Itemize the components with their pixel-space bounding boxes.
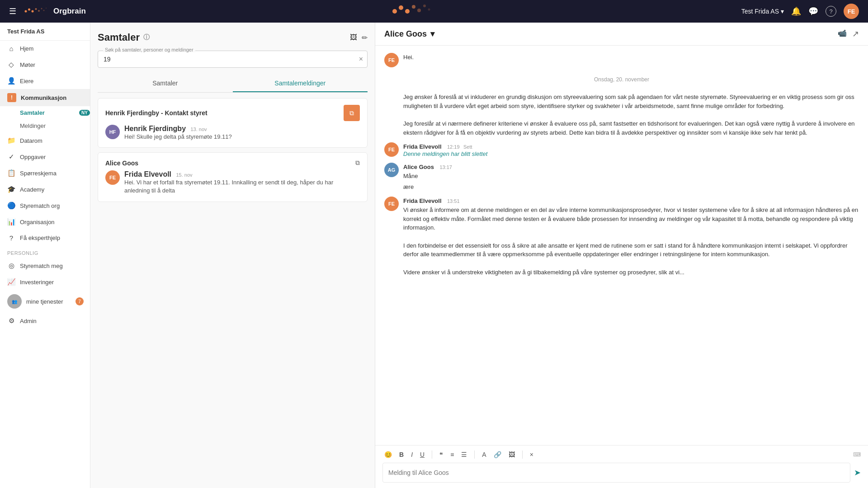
list-button[interactable]: ≡ [448,450,456,459]
conversation-item-henrik[interactable]: Henrik Fjerdingby - Kontakt styret ⧉ HF … [98,98,368,148]
svg-point-7 [46,8,47,9]
toolbar-divider-1 [432,450,432,459]
close-toolbar-button[interactable]: × [528,450,535,459]
sidebar-item-sporreskjema[interactable]: 📋 Spørreskjema [0,165,90,181]
sidebar-item-label: Investeringer [20,279,54,286]
list2-button[interactable]: ☰ [459,450,469,459]
search-input[interactable] [98,51,368,68]
personlig-label: Personlig [0,246,90,258]
conv-link-icon[interactable]: ⧉ [344,105,360,121]
image-button[interactable]: 🖼 [507,450,517,459]
sidebar-item-label: Admin [20,318,37,324]
chat-input[interactable] [382,463,850,483]
svg-point-8 [392,9,397,14]
send-button[interactable]: ➤ [854,468,861,478]
underline-button[interactable]: U [418,450,426,459]
sidebar-item-mine-tjenester[interactable]: 👥 mine tjenester 7 [0,290,90,313]
msg-text-alice-2: ære [403,183,859,192]
calendar-icon: ◇ [7,61,15,69]
bold-button[interactable]: B [397,450,406,459]
chat-icon[interactable]: 💬 [808,6,818,16]
svg-point-14 [428,9,430,11]
chat-contact-name: Alice Goos [384,29,427,39]
sidebar-item-moter[interactable]: ◇ Møter [0,56,90,73]
user-avatar[interactable]: FE [844,4,859,19]
leave-icon[interactable]: ↗ [852,29,859,39]
msg-sender: Frida Elvevoll [403,143,442,150]
conv-sender-alice: Frida Elvevoll [124,170,171,178]
svg-point-1 [28,9,30,11]
photo-action-button[interactable]: 🖼 [350,33,357,42]
toolbar-divider-3 [522,450,523,459]
msg-content: Hei. [403,53,859,62]
input-toolbar: 😊 B I U ❝ ≡ ☰ A 🔗 🖼 × ⌨ [382,450,861,463]
match-icon: 🔵 [7,202,15,210]
bell-icon[interactable]: 🔔 [791,6,801,16]
conv-title-alice: Alice Goos [105,160,138,167]
sidebar-item-organisasjon[interactable]: 📊 Organisasjon [0,214,90,230]
sidebar-item-label: Oppgaver [20,154,46,160]
conv-link-icon-alice[interactable]: ⧉ [355,159,360,167]
sidebar-item-admin[interactable]: ⚙ Admin [0,313,90,329]
message-alice: AG Alice Goos 13:17 Måne ære [384,163,859,191]
edit-action-button[interactable]: ✏ [362,33,368,42]
help-icon[interactable]: ? [826,6,836,17]
italic-button[interactable]: I [409,450,415,459]
font-color-button[interactable]: A [480,450,488,459]
ny-badge: NY [79,110,90,116]
sidebar-item-investeringer[interactable]: 📈 Investeringer [0,274,90,290]
tab-samtaler[interactable]: Samtaler [98,75,233,92]
logo: Orgbrain [24,5,86,18]
info-icon[interactable]: ⓘ [143,33,150,42]
samtaler-panel: Samtaler ⓘ 🖼 ✏ Søk på samtaler, personer… [90,23,375,488]
video-icon[interactable]: 📹 [838,29,847,39]
svg-point-10 [405,9,410,14]
sidebar-item-styrematch-org[interactable]: 🔵 Styrematch org [0,197,90,214]
sidebar-item-kommunikasjon[interactable]: ! Kommunikasjon [0,89,90,106]
samtaler-actions: 🖼 ✏ [350,33,368,42]
emoji-button[interactable]: 😊 [382,450,394,459]
svg-point-2 [32,10,34,13]
sidebar-item-academy[interactable]: 🎓 Academy [0,181,90,197]
sidebar-item-datarom[interactable]: 📁 Datarom [0,132,90,149]
conv-text-block-alice: Frida Elvevoll 15. nov Hei. Vi har et fo… [124,170,360,195]
sidebar-item-styrematch-meg[interactable]: ◎ Styrematch meg [0,258,90,274]
quote-button[interactable]: ❝ [438,450,445,459]
search-clear-button[interactable]: × [359,55,363,63]
long-msg-text-2: Jeg foreslår at vi nærmere definerer kri… [403,119,859,137]
conv-sender: Henrik Fjerdingby [124,125,186,132]
tab-samtalemeldinger[interactable]: Samtalemeldinger [233,75,368,92]
msg-deleted-text: Denne meldingen har blitt slettet [403,150,859,157]
link-button[interactable]: 🔗 [492,450,503,459]
conv-item-header-alice: Alice Goos ⧉ [105,159,360,167]
search-wrapper: Søk på samtaler, personer og meldinger × [98,51,368,68]
sidebar-sub-meldinger[interactable]: Meldinger [0,119,90,132]
topbar: ☰ Orgbrain Test [0,0,868,23]
svg-point-0 [25,10,27,13]
sidebar-item-label: Datarom [20,137,42,144]
sidebar-item-hjem[interactable]: ⌂ Hjem [0,41,90,56]
sidebar-item-label: Eiere [20,78,33,84]
sidebar-item-eiere[interactable]: 👤 Eiere [0,73,90,89]
conv-date: 13. nov [190,127,207,132]
svg-point-5 [41,8,42,9]
message-frida-long: FE Frida Elvevoll 13:51 Vi ønsker å info… [384,197,859,277]
sidebar-sub-samtaler[interactable]: Samtaler NY [0,106,90,119]
svg-point-13 [423,5,426,7]
conv-message-text: Hei! Skulle jeg delta på styremøte 19.11… [124,133,232,141]
company-selector[interactable]: Test Frida AS ▾ [741,8,784,15]
toolbar-divider-2 [474,450,475,459]
hamburger-menu[interactable]: ☰ [9,6,16,16]
sidebar-item-label: Hjem [20,45,33,52]
form-icon: 📋 [7,169,15,177]
sidebar-item-fa-eksperthjelp[interactable]: ? Få eksperthjelp [0,230,90,246]
people-icon: 👤 [7,77,15,85]
sidebar-item-oppgaver[interactable]: ✓ Oppgaver [0,149,90,165]
chat-contact[interactable]: Alice Goos ▾ [384,29,434,39]
center-logo [391,3,436,19]
msg-text-frida-3: Videre ønsker vi å understreke viktighet… [403,268,859,277]
conversation-item-alice[interactable]: Alice Goos ⧉ FE Frida Elvevoll 15. nov H… [98,152,368,202]
home-icon: ⌂ [7,45,15,52]
msg-content-deleted: Frida Elvevoll 12:19 Sett Denne meldinge… [403,142,859,157]
conv-message-text-alice: Hei. Vi har et forfall fra styremøtet 19… [124,178,360,195]
